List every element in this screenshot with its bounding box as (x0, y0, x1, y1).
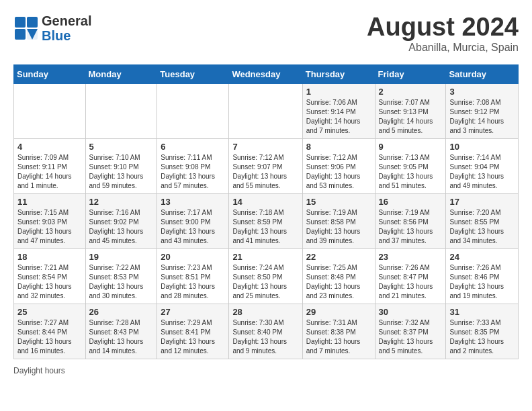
calendar-week-row: 18Sunrise: 7:21 AMSunset: 8:54 PMDayligh… (14, 248, 519, 304)
header-thursday: Thursday (302, 64, 375, 83)
calendar-day-cell: 1Sunrise: 7:06 AMSunset: 9:14 PMDaylight… (302, 83, 375, 138)
calendar-day-cell: 14Sunrise: 7:18 AMSunset: 8:59 PMDayligh… (229, 193, 302, 248)
day-info: Sunrise: 7:19 AMSunset: 8:58 PMDaylight:… (306, 208, 371, 246)
calendar-day-cell: 23Sunrise: 7:26 AMSunset: 8:47 PMDayligh… (375, 248, 446, 304)
day-number: 7 (232, 142, 298, 152)
calendar-header-row: Sunday Monday Tuesday Wednesday Thursday… (14, 64, 519, 83)
day-info: Sunrise: 7:06 AMSunset: 9:14 PMDaylight:… (306, 98, 371, 136)
day-info: Sunrise: 7:12 AMSunset: 9:07 PMDaylight:… (232, 153, 298, 191)
day-number: 24 (449, 252, 515, 262)
calendar-day-cell: 22Sunrise: 7:25 AMSunset: 8:48 PMDayligh… (302, 248, 375, 304)
calendar-day-cell (14, 83, 86, 138)
day-info: Sunrise: 7:13 AMSunset: 9:05 PMDaylight:… (379, 153, 443, 191)
calendar-week-row: 11Sunrise: 7:15 AMSunset: 9:03 PMDayligh… (14, 193, 519, 248)
month-year-title: August 2024 (367, 13, 519, 42)
svg-rect-2 (15, 29, 26, 40)
logo: General Blue (13, 13, 91, 43)
day-number: 20 (161, 252, 225, 262)
day-info: Sunrise: 7:17 AMSunset: 9:00 PMDaylight:… (161, 208, 225, 246)
day-number: 2 (379, 87, 443, 97)
day-number: 19 (89, 252, 154, 262)
day-info: Sunrise: 7:28 AMSunset: 8:43 PMDaylight:… (89, 318, 154, 356)
logo-general: General (42, 13, 91, 28)
day-number: 17 (449, 197, 515, 207)
day-info: Sunrise: 7:31 AMSunset: 8:38 PMDaylight:… (306, 318, 371, 356)
day-number: 12 (89, 197, 154, 207)
day-number: 3 (449, 87, 515, 97)
calendar-day-cell: 20Sunrise: 7:23 AMSunset: 8:51 PMDayligh… (157, 248, 229, 304)
day-info: Sunrise: 7:30 AMSunset: 8:40 PMDaylight:… (232, 318, 298, 356)
day-info: Sunrise: 7:18 AMSunset: 8:59 PMDaylight:… (232, 208, 298, 246)
calendar-day-cell: 6Sunrise: 7:11 AMSunset: 9:08 PMDaylight… (157, 138, 229, 193)
logo-blue: Blue (42, 28, 91, 43)
day-number: 15 (306, 197, 371, 207)
header-monday: Monday (85, 64, 157, 83)
calendar-day-cell: 11Sunrise: 7:15 AMSunset: 9:03 PMDayligh… (14, 193, 86, 248)
location-subtitle: Abanilla, Murcia, Spain (367, 42, 519, 54)
calendar-day-cell: 8Sunrise: 7:12 AMSunset: 9:06 PMDaylight… (302, 138, 375, 193)
calendar-day-cell: 3Sunrise: 7:08 AMSunset: 9:12 PMDaylight… (446, 83, 519, 138)
header-sunday: Sunday (14, 64, 86, 83)
calendar-day-cell: 21Sunrise: 7:24 AMSunset: 8:50 PMDayligh… (229, 248, 302, 304)
day-info: Sunrise: 7:20 AMSunset: 8:55 PMDaylight:… (449, 208, 515, 246)
day-number: 9 (379, 142, 443, 152)
day-number: 11 (17, 197, 82, 207)
day-number: 16 (379, 197, 443, 207)
day-number: 13 (161, 197, 225, 207)
day-info: Sunrise: 7:24 AMSunset: 8:50 PMDaylight:… (232, 263, 298, 301)
day-info: Sunrise: 7:08 AMSunset: 9:12 PMDaylight:… (449, 98, 515, 136)
day-number: 30 (379, 307, 443, 317)
day-info: Sunrise: 7:26 AMSunset: 8:47 PMDaylight:… (379, 263, 443, 301)
calendar-day-cell: 15Sunrise: 7:19 AMSunset: 8:58 PMDayligh… (302, 193, 375, 248)
daylight-hours-label: Daylight hours (13, 366, 65, 375)
day-number: 1 (306, 87, 371, 97)
header-wednesday: Wednesday (229, 64, 302, 83)
calendar-day-cell: 29Sunrise: 7:31 AMSunset: 8:38 PMDayligh… (302, 304, 375, 359)
day-number: 22 (306, 252, 371, 262)
calendar-day-cell (85, 83, 157, 138)
calendar-table: Sunday Monday Tuesday Wednesday Thursday… (13, 64, 519, 359)
calendar-day-cell: 18Sunrise: 7:21 AMSunset: 8:54 PMDayligh… (14, 248, 86, 304)
day-number: 4 (17, 142, 82, 152)
header-friday: Friday (375, 64, 446, 83)
day-number: 31 (449, 307, 515, 317)
day-info: Sunrise: 7:12 AMSunset: 9:06 PMDaylight:… (306, 153, 371, 191)
day-info: Sunrise: 7:29 AMSunset: 8:41 PMDaylight:… (161, 318, 225, 356)
day-info: Sunrise: 7:21 AMSunset: 8:54 PMDaylight:… (17, 263, 82, 301)
calendar-day-cell: 10Sunrise: 7:14 AMSunset: 9:04 PMDayligh… (446, 138, 519, 193)
calendar-week-row: 4Sunrise: 7:09 AMSunset: 9:11 PMDaylight… (14, 138, 519, 193)
calendar-day-cell: 30Sunrise: 7:32 AMSunset: 8:37 PMDayligh… (375, 304, 446, 359)
day-number: 28 (232, 307, 298, 317)
calendar-day-cell: 12Sunrise: 7:16 AMSunset: 9:02 PMDayligh… (85, 193, 157, 248)
day-info: Sunrise: 7:11 AMSunset: 9:08 PMDaylight:… (161, 153, 225, 191)
day-info: Sunrise: 7:07 AMSunset: 9:13 PMDaylight:… (379, 98, 443, 136)
day-info: Sunrise: 7:33 AMSunset: 8:35 PMDaylight:… (449, 318, 515, 356)
footer: Daylight hours (13, 366, 519, 375)
header-tuesday: Tuesday (157, 64, 229, 83)
day-number: 8 (306, 142, 371, 152)
day-info: Sunrise: 7:09 AMSunset: 9:11 PMDaylight:… (17, 153, 82, 191)
calendar-day-cell: 25Sunrise: 7:27 AMSunset: 8:44 PMDayligh… (14, 304, 86, 359)
day-info: Sunrise: 7:25 AMSunset: 8:48 PMDaylight:… (306, 263, 371, 301)
day-number: 21 (232, 252, 298, 262)
day-number: 26 (89, 307, 154, 317)
svg-rect-1 (27, 17, 38, 28)
day-info: Sunrise: 7:23 AMSunset: 8:51 PMDaylight:… (161, 263, 225, 301)
calendar-day-cell (157, 83, 229, 138)
calendar-day-cell: 7Sunrise: 7:12 AMSunset: 9:07 PMDaylight… (229, 138, 302, 193)
calendar-day-cell: 13Sunrise: 7:17 AMSunset: 9:00 PMDayligh… (157, 193, 229, 248)
header-saturday: Saturday (446, 64, 519, 83)
day-number: 10 (449, 142, 515, 152)
day-number: 23 (379, 252, 443, 262)
calendar-week-row: 1Sunrise: 7:06 AMSunset: 9:14 PMDaylight… (14, 83, 519, 138)
day-number: 25 (17, 307, 82, 317)
day-number: 6 (161, 142, 225, 152)
day-info: Sunrise: 7:10 AMSunset: 9:10 PMDaylight:… (89, 153, 154, 191)
logo-icon (13, 15, 39, 41)
calendar-day-cell: 26Sunrise: 7:28 AMSunset: 8:43 PMDayligh… (85, 304, 157, 359)
day-number: 5 (89, 142, 154, 152)
day-number: 14 (232, 197, 298, 207)
day-info: Sunrise: 7:16 AMSunset: 9:02 PMDaylight:… (89, 208, 154, 246)
calendar-day-cell: 31Sunrise: 7:33 AMSunset: 8:35 PMDayligh… (446, 304, 519, 359)
calendar-day-cell: 16Sunrise: 7:19 AMSunset: 8:56 PMDayligh… (375, 193, 446, 248)
